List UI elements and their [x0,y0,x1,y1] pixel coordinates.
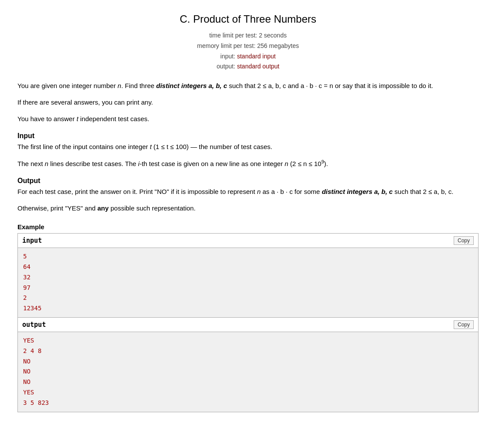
input-copy-button[interactable]: Copy [454,236,474,245]
output-desc: For each test case, print the answer on … [17,187,479,197]
output-content: YES2 4 8NONONOYES3 5 823 [18,332,478,412]
input-line: 12345 [23,303,473,314]
output-heading: Output [17,177,479,185]
input-line: 97 [23,283,473,293]
time-limit: time limit per test: 2 seconds [17,31,479,41]
input-desc-2: The next n lines describe test cases. Th… [17,158,479,169]
input-meta: input: standard input [17,51,479,62]
output-line: NO [23,356,473,367]
output-line: YES [23,387,473,398]
input-heading: Input [17,132,479,140]
output-desc-2: Otherwise, print "YES" and any possible … [17,203,479,214]
meta-info: time limit per test: 2 seconds memory li… [17,31,479,72]
input-block-title: input [22,237,42,244]
input-block: input Copy 5643297212345 [17,233,479,318]
intro-paragraph: You are given one integer number n. Find… [17,81,479,91]
memory-limit: memory limit per test: 256 megabytes [17,41,479,51]
page-title: C. Product of Three Numbers [17,13,479,25]
output-line: NO [23,367,473,377]
output-block: output Copy YES2 4 8NONONOYES3 5 823 [17,318,479,412]
input-desc-1: The first line of the input contains one… [17,142,479,152]
example-label: Example [17,223,479,231]
output-copy-button[interactable]: Copy [454,320,474,329]
output-meta: output: standard output [17,61,479,72]
input-content: 5643297212345 [18,248,478,317]
output-line: YES [23,336,473,346]
output-block-title: output [22,321,46,329]
output-block-header: output Copy [18,318,478,332]
input-line: 64 [23,262,473,272]
output-line: NO [23,377,473,387]
input-line: 2 [23,293,473,303]
output-line: 3 5 823 [23,398,473,408]
input-line: 32 [23,272,473,283]
input-line: 5 [23,251,473,262]
input-block-header: input Copy [18,234,478,248]
output-line: 2 4 8 [23,346,473,356]
you-have: You have to answer t independent test ca… [17,114,479,124]
if-several: If there are several answers, you can pr… [17,97,479,108]
